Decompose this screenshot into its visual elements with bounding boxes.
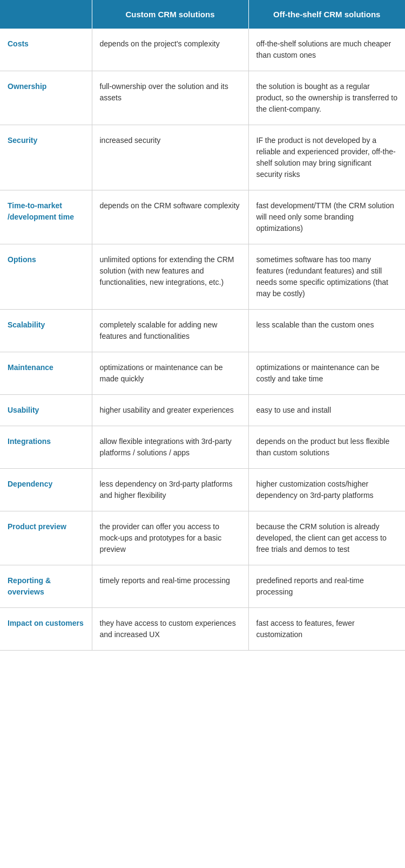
row-offshelf: IF the product is not developed by a rel… [248, 125, 405, 190]
table-row: Securityincreased securityIF the product… [0, 125, 405, 190]
row-label: Maintenance [0, 352, 92, 395]
table-row: Impact on customersthey have access to c… [0, 608, 405, 651]
row-label: Usability [0, 395, 92, 426]
table-row: Ownershipfull-ownership over the solutio… [0, 71, 405, 125]
row-offshelf: less scalable than the custom ones [248, 310, 405, 352]
row-offshelf: easy to use and install [248, 395, 405, 426]
table-row: Usabilityhigher usability and greater ex… [0, 395, 405, 426]
row-offshelf: off-the-shelf solutions are much cheaper… [248, 29, 405, 71]
row-label: Impact on customers [0, 608, 92, 651]
table-row: Optionsunlimited options for extending t… [0, 244, 405, 310]
row-custom: higher usability and greater experiences [92, 395, 248, 426]
row-offshelf: sometimes software has too many features… [248, 244, 405, 310]
row-label: Options [0, 244, 92, 310]
row-custom: the provider can offer you access to moc… [92, 511, 248, 565]
row-custom: optimizations or maintenance can be made… [92, 352, 248, 395]
table-row: Scalabilitycompletely scalable for addin… [0, 310, 405, 352]
row-label: Integrations [0, 426, 92, 469]
row-label: Ownership [0, 71, 92, 125]
row-custom: depends on the project's complexity [92, 29, 248, 71]
table-row: Product previewthe provider can offer yo… [0, 511, 405, 565]
row-custom: less dependency on 3rd-party platforms a… [92, 469, 248, 511]
row-offshelf: because the CRM solution is already deve… [248, 511, 405, 565]
header-col3: Off-the-shelf CRM solutions [248, 0, 405, 29]
row-offshelf: higher customization costs/higher depend… [248, 469, 405, 511]
row-custom: depends on the CRM software complexity [92, 190, 248, 244]
row-offshelf: the solution is bought as a regular prod… [248, 71, 405, 125]
table-row: Maintenanceoptimizations or maintenance … [0, 352, 405, 395]
header-col2: Custom CRM solutions [92, 0, 248, 29]
row-offshelf: optimizations or maintenance can be cost… [248, 352, 405, 395]
row-label: Scalability [0, 310, 92, 352]
row-label: Time-to-market /development time [0, 190, 92, 244]
row-offshelf: fast access to features, fewer customiza… [248, 608, 405, 651]
row-custom: they have access to custom experiences a… [92, 608, 248, 651]
row-custom: increased security [92, 125, 248, 190]
table-row: Time-to-market /development timedepends … [0, 190, 405, 244]
table-row: Costsdepends on the project's complexity… [0, 29, 405, 71]
table-row: Integrationsallow flexible integrations … [0, 426, 405, 469]
row-offshelf: predefined reports and real-time process… [248, 565, 405, 608]
comparison-table: Custom CRM solutions Off-the-shelf CRM s… [0, 0, 405, 651]
header-col1 [0, 0, 92, 29]
row-label: Security [0, 125, 92, 190]
row-label: Reporting & overviews [0, 565, 92, 608]
row-label: Product preview [0, 511, 92, 565]
row-custom: completely scalable for adding new featu… [92, 310, 248, 352]
row-custom: unlimited options for extending the CRM … [92, 244, 248, 310]
row-custom: allow flexible integrations with 3rd-par… [92, 426, 248, 469]
row-custom: timely reports and real-time processing [92, 565, 248, 608]
row-custom: full-ownership over the solution and its… [92, 71, 248, 125]
row-offshelf: depends on the product but less flexible… [248, 426, 405, 469]
row-offshelf: fast development/TTM (the CRM solution w… [248, 190, 405, 244]
table-row: Dependencyless dependency on 3rd-party p… [0, 469, 405, 511]
row-label: Dependency [0, 469, 92, 511]
row-label: Costs [0, 29, 92, 71]
table-row: Reporting & overviewstimely reports and … [0, 565, 405, 608]
